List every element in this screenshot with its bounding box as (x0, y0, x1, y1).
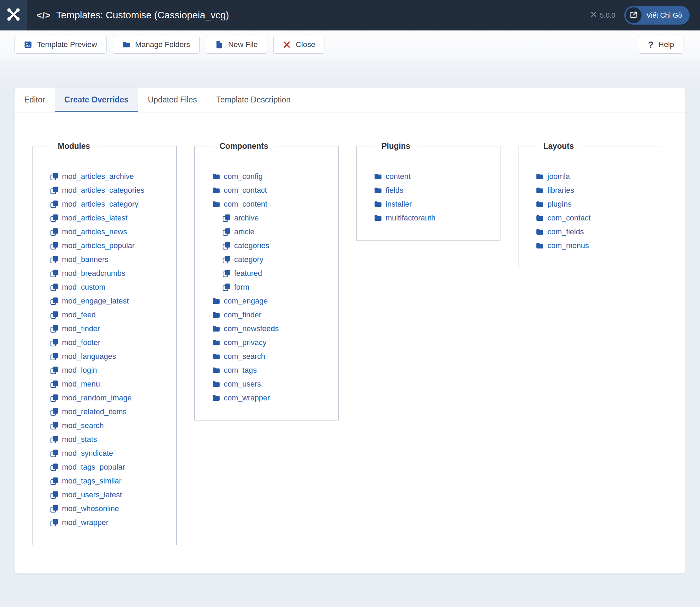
override-link-mod-breadcrumbs[interactable]: mod_breadcrumbs (62, 269, 125, 278)
override-link-mod-tags-similar[interactable]: mod_tags_similar (62, 477, 121, 486)
list-item: com_tags (212, 363, 335, 377)
close-button[interactable]: Close (273, 36, 324, 54)
tab-create-overrides[interactable]: Create Overrides (55, 88, 138, 112)
override-link-mod-banners[interactable]: mod_banners (62, 255, 109, 264)
page-title: Templates: Customise (Cassiopeia_vcg) (56, 10, 229, 21)
joomla-version: 5.0.0 (590, 11, 615, 19)
override-link-com-config[interactable]: com_config (224, 172, 263, 181)
copy-icon (222, 242, 231, 250)
copy-icon (222, 269, 231, 278)
list-item: com_fields (536, 225, 658, 239)
override-link-multifactorauth[interactable]: multifactorauth (386, 214, 435, 223)
override-link-libraries[interactable]: libraries (547, 186, 574, 195)
override-link-com-contact[interactable]: com_contact (224, 186, 267, 195)
folder-icon (212, 380, 220, 388)
override-link-mod-feed[interactable]: mod_feed (62, 310, 96, 319)
override-link-mod-articles-latest[interactable]: mod_articles_latest (62, 214, 128, 223)
copy-icon (50, 422, 58, 430)
tab-strip: EditorCreate OverridesUpdated FilesTempl… (15, 88, 685, 112)
override-link-com-privacy[interactable]: com_privacy (224, 338, 266, 347)
viet-chi-go-button[interactable]: Viết Chì Gõ (624, 6, 690, 25)
copy-icon (50, 491, 58, 499)
override-link-mod-users-latest[interactable]: mod_users_latest (62, 490, 122, 499)
override-link-featured[interactable]: featured (234, 269, 262, 278)
list-item: mod_tags_popular (50, 460, 173, 474)
list-item: mod_search (50, 419, 173, 433)
override-link-mod-articles-news[interactable]: mod_articles_news (62, 227, 127, 236)
override-link-form[interactable]: form (234, 283, 249, 292)
override-link-installer[interactable]: installer (386, 200, 412, 209)
override-link-mod-languages[interactable]: mod_languages (62, 352, 116, 361)
panel-legend: Layouts (536, 142, 581, 151)
override-link-com-tags[interactable]: com_tags (224, 366, 257, 375)
folder-icon (536, 186, 544, 194)
tab-template-description[interactable]: Template Description (206, 88, 300, 112)
tab-updated-files[interactable]: Updated Files (138, 88, 206, 112)
override-link-com-engage[interactable]: com_engage (224, 297, 268, 306)
override-link-mod-random-image[interactable]: mod_random_image (62, 393, 132, 402)
panel-components: Components com_config com_contact com_co… (194, 142, 339, 420)
override-link-mod-whosonline[interactable]: mod_whosonline (62, 504, 119, 513)
override-link-mod-search[interactable]: mod_search (62, 421, 104, 430)
new-file-button[interactable]: New File (206, 36, 267, 54)
copy-icon (50, 463, 58, 471)
override-link-mod-related-items[interactable]: mod_related_items (62, 407, 127, 416)
override-link-com-newsfeeds[interactable]: com_newsfeeds (224, 324, 279, 333)
override-link-mod-footer[interactable]: mod_footer (62, 338, 100, 347)
override-link-com-content[interactable]: com_content (224, 200, 267, 209)
override-link-com-contact[interactable]: com_contact (547, 214, 591, 223)
override-link-mod-articles-popular[interactable]: mod_articles_popular (62, 241, 135, 250)
override-link-com-wrapper[interactable]: com_wrapper (224, 393, 270, 402)
override-link-plugins[interactable]: plugins (547, 200, 572, 209)
override-link-com-users[interactable]: com_users (224, 380, 261, 389)
manage-folders-button[interactable]: Manage Folders (113, 36, 200, 54)
help-button-label: Help (658, 40, 674, 49)
tab-editor[interactable]: Editor (15, 88, 55, 112)
list-item: libraries (536, 183, 658, 197)
override-link-mod-login[interactable]: mod_login (62, 366, 97, 375)
override-link-joomla[interactable]: joomla (547, 172, 570, 181)
copy-icon (50, 352, 58, 361)
override-link-archive[interactable]: archive (234, 214, 259, 223)
override-link-com-fields[interactable]: com_fields (547, 227, 584, 236)
folder-icon (212, 200, 220, 208)
panel-legend: Modules (51, 142, 97, 151)
override-link-mod-engage-latest[interactable]: mod_engage_latest (62, 297, 129, 306)
list-item: mod_articles_archive (50, 170, 173, 183)
copy-icon (222, 255, 231, 264)
list-item: com_privacy (212, 336, 335, 350)
override-link-com-finder[interactable]: com_finder (224, 310, 261, 319)
copy-icon (50, 366, 58, 374)
override-link-article[interactable]: article (234, 227, 255, 236)
override-link-mod-articles-archive[interactable]: mod_articles_archive (62, 172, 134, 181)
override-link-mod-syndicate[interactable]: mod_syndicate (62, 449, 113, 458)
override-link-mod-finder[interactable]: mod_finder (62, 324, 100, 333)
folder-icon (536, 242, 544, 250)
template-preview-button[interactable]: Template Preview (15, 36, 107, 54)
panel-modules: Modules mod_articles_archive mod_article… (33, 142, 177, 545)
list-item: mod_users_latest (50, 488, 173, 502)
folder-icon (374, 172, 382, 181)
override-link-com-search[interactable]: com_search (224, 352, 265, 361)
copy-icon (50, 505, 58, 513)
override-link-content[interactable]: content (386, 172, 411, 181)
copy-icon (50, 449, 58, 457)
panel-legend: Components (213, 142, 275, 151)
override-link-com-menus[interactable]: com_menus (547, 241, 589, 250)
override-link-mod-wrapper[interactable]: mod_wrapper (62, 518, 109, 527)
help-button[interactable]: ? Help (639, 36, 683, 54)
override-link-mod-articles-categories[interactable]: mod_articles_categories (62, 186, 144, 195)
override-link-mod-menu[interactable]: mod_menu (62, 380, 100, 389)
list-item: multifactorauth (374, 211, 497, 225)
override-link-mod-tags-popular[interactable]: mod_tags_popular (62, 463, 125, 472)
override-link-mod-custom[interactable]: mod_custom (62, 283, 105, 292)
override-link-mod-stats[interactable]: mod_stats (62, 435, 97, 444)
list-item: com_contact (536, 211, 658, 225)
joomla-logo[interactable] (0, 0, 27, 30)
copy-icon (50, 283, 58, 291)
override-link-mod-articles-category[interactable]: mod_articles_category (62, 200, 138, 209)
override-link-category[interactable]: category (234, 255, 263, 264)
joomla-icon (590, 11, 597, 18)
override-link-categories[interactable]: categories (234, 241, 269, 250)
override-link-fields[interactable]: fields (386, 186, 403, 195)
